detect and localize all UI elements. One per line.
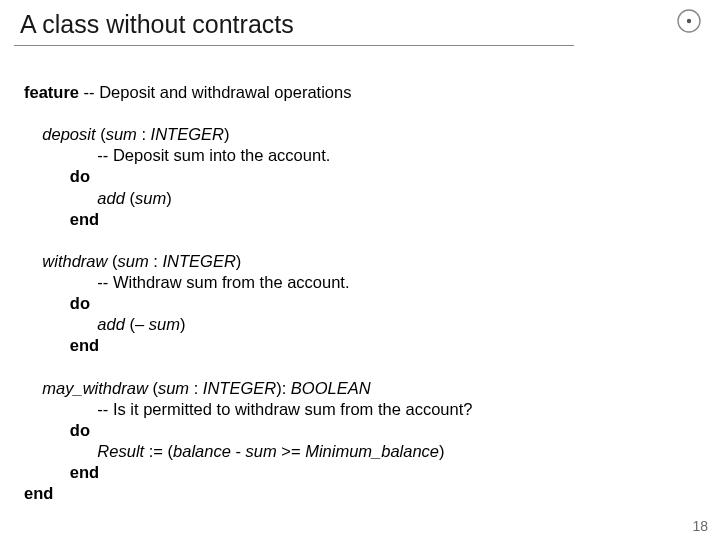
- comment: sum: [173, 146, 204, 164]
- kw-do: do: [70, 294, 90, 312]
- kw-end: end: [70, 463, 99, 481]
- punct: ):: [276, 379, 291, 397]
- kw-end: end: [70, 210, 99, 228]
- call-add: add: [97, 189, 129, 207]
- circle-dot-icon: [676, 8, 702, 34]
- slide: A class without contracts feature -- Dep…: [0, 0, 720, 540]
- punct: ): [236, 252, 242, 270]
- call-add: add: [97, 315, 129, 333]
- kw-end: end: [70, 336, 99, 354]
- param-sum: sum: [158, 379, 194, 397]
- fn-deposit: deposit: [42, 125, 100, 143]
- fn-maywithdraw: may_withdraw: [42, 379, 152, 397]
- slide-title: A class without contracts: [20, 10, 294, 39]
- kw-end-class: end: [24, 484, 53, 502]
- param-sum: sum: [135, 189, 166, 207]
- fn-withdraw: withdraw: [42, 252, 112, 270]
- type-integer: INTEGER: [151, 125, 224, 143]
- param-sum: sum: [149, 315, 180, 333]
- comment: -- Withdraw: [97, 273, 186, 291]
- type-integer: INTEGER: [162, 252, 235, 270]
- code-content: feature -- Deposit and withdrawal operat…: [24, 82, 472, 504]
- op: -: [235, 442, 245, 460]
- op: := (: [149, 442, 173, 460]
- param-sum: sum: [246, 442, 282, 460]
- ident-balance: balance: [173, 442, 235, 460]
- param-sum: sum: [118, 252, 154, 270]
- comment: from the account.: [217, 273, 349, 291]
- type-integer: INTEGER: [203, 379, 276, 397]
- ident-result: Result: [97, 442, 148, 460]
- punct: (–: [129, 315, 148, 333]
- ident-minbalance: Minimum_balance: [305, 442, 439, 460]
- comment: -- Deposit: [97, 146, 173, 164]
- comment: into the account.: [205, 146, 331, 164]
- comment-feature: -- Deposit and withdrawal operations: [79, 83, 351, 101]
- kw-do: do: [70, 421, 90, 439]
- kw-feature: feature: [24, 83, 79, 101]
- title-underline: [14, 45, 574, 46]
- page-number: 18: [692, 518, 708, 534]
- punct: ): [439, 442, 445, 460]
- colon: :: [194, 379, 203, 397]
- param-sum: sum: [106, 125, 142, 143]
- comment: -- Is it permitted to withdraw: [97, 400, 304, 418]
- comment: sum: [186, 273, 217, 291]
- kw-do: do: [70, 167, 90, 185]
- comment: sum: [305, 400, 336, 418]
- type-boolean: BOOLEAN: [291, 379, 371, 397]
- op: >=: [281, 442, 305, 460]
- svg-point-1: [687, 19, 691, 23]
- punct: ): [166, 189, 172, 207]
- colon: :: [141, 125, 150, 143]
- punct: ): [224, 125, 230, 143]
- punct: ): [180, 315, 186, 333]
- comment: from the account?: [336, 400, 473, 418]
